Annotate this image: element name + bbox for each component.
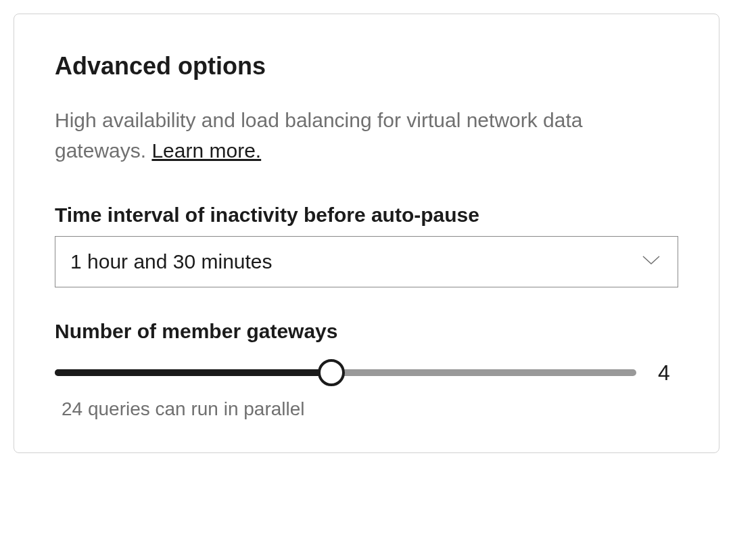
time-interval-select[interactable]: 1 hour and 30 minutes: [55, 236, 678, 287]
gateways-slider-row: 4: [55, 359, 678, 386]
slider-thumb[interactable]: [318, 359, 345, 386]
advanced-options-card: Advanced options High availability and l…: [14, 14, 719, 453]
section-title: Advanced options: [55, 52, 678, 80]
gateways-hint: 24 queries can run in parallel: [62, 398, 678, 420]
description-text: High availability and load balancing for…: [55, 109, 582, 162]
gateways-field: Number of member gateways 4 24 queries c…: [55, 320, 678, 420]
gateways-value: 4: [658, 360, 678, 386]
slider-track-fill: [55, 369, 331, 376]
time-interval-select-wrapper: 1 hour and 30 minutes: [55, 236, 678, 287]
time-interval-label: Time interval of inactivity before auto-…: [55, 204, 678, 227]
time-interval-selected-value: 1 hour and 30 minutes: [70, 250, 637, 273]
section-description: High availability and load balancing for…: [55, 105, 678, 166]
learn-more-link[interactable]: Learn more.: [151, 139, 261, 162]
gateways-label: Number of member gateways: [55, 320, 678, 343]
time-interval-field: Time interval of inactivity before auto-…: [55, 204, 678, 287]
gateways-slider[interactable]: [55, 359, 636, 386]
